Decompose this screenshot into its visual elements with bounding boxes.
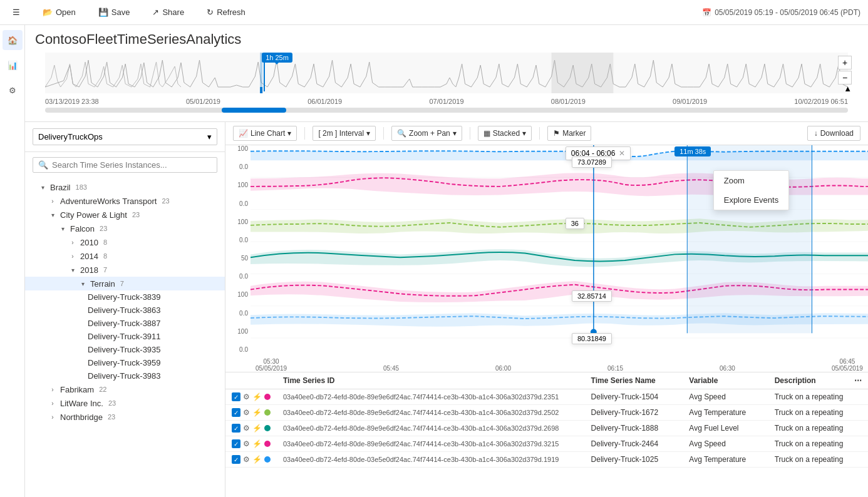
chevron-right-icon: › <box>68 251 78 261</box>
chart-area[interactable]: 100 0.0 100 0.0 100 0.0 50 0.0 100 0.0 1… <box>225 145 868 372</box>
tree-item-2010[interactable]: › 2010 8 <box>25 235 225 249</box>
x-axis: 05:3005/05/2019 05:45 06:00 06:15 06:30 … <box>251 353 868 372</box>
svg-rect-0 <box>45 53 848 93</box>
tree-item-2014[interactable]: › 2014 8 <box>25 249 225 263</box>
tree-area: ▾ Brazil 183 › AdventureWorks Transport … <box>25 178 225 497</box>
chevron-right-icon: › <box>68 237 78 247</box>
date-6: 09/01/2019 <box>673 98 707 105</box>
timeline-area[interactable]: 1h 25m 03/13/2019 23:38 05/01/2019 06/01… <box>35 53 858 121</box>
zoom-out-button[interactable]: − <box>838 71 852 85</box>
series-color-dot <box>264 394 271 400</box>
collapse-timeline-button[interactable]: ▲ <box>844 84 852 93</box>
hamburger-menu-button[interactable]: ☰ <box>8 5 25 19</box>
tree-item-delivery-3935[interactable]: Delivery-Truck-3935 <box>25 343 225 356</box>
row-description: Truck on a repeating <box>768 452 868 468</box>
tree-item-adventureworks[interactable]: › AdventureWorks Transport 23 <box>25 194 225 208</box>
value-tooltip-2: 36 <box>566 218 584 229</box>
tree-item-delivery-3983[interactable]: Delivery-Truck-3983 <box>25 369 225 382</box>
row-name: Delivery-Truck-1025 <box>585 452 683 468</box>
timeline-dates: 03/13/2019 23:38 05/01/2019 06/01/2019 0… <box>45 96 848 106</box>
download-button[interactable]: ↓ Download <box>807 126 860 141</box>
close-icon[interactable]: ✕ <box>619 149 625 158</box>
series-color-dot <box>264 409 271 416</box>
open-button[interactable]: 📂 Open <box>38 5 81 19</box>
gear-icon[interactable]: ⚙ <box>243 392 250 401</box>
tree-item-litware[interactable]: › LitWare Inc. 23 <box>25 396 225 410</box>
marker-button[interactable]: ⚑ Marker <box>547 126 591 141</box>
row-controls-cell: ⚙ ⚡ <box>225 436 277 452</box>
more-icon[interactable]: ⋯ <box>854 376 862 385</box>
timeline-svg <box>45 53 848 93</box>
chevron-down-icon: ▾ <box>58 223 68 233</box>
search-input[interactable] <box>52 160 212 170</box>
lightning-icon[interactable]: ⚡ <box>252 408 262 417</box>
gear-icon[interactable]: ⚙ <box>243 455 250 464</box>
timeline-scrollbar[interactable] <box>45 108 848 113</box>
interval-button[interactable]: [ 2m ] Interval ▾ <box>313 126 376 141</box>
timeline-chart[interactable]: 1h 25m <box>45 53 848 96</box>
zoom-selection-label: 11m 38s <box>674 146 711 156</box>
refresh-button[interactable]: ↻ Refresh <box>202 5 251 19</box>
table-area: Time Series ID Time Series Name Variable… <box>225 372 868 497</box>
line-chart-button[interactable]: 📈 Line Chart ▾ <box>233 126 297 141</box>
row-checkbox[interactable] <box>232 439 240 448</box>
stacked-button[interactable]: ▦ Stacked ▾ <box>478 126 532 141</box>
lightning-icon[interactable]: ⚡ <box>252 424 262 433</box>
tree-item-northbridge[interactable]: › Northbridge 23 <box>25 410 225 424</box>
y-axis: 100 0.0 100 0.0 100 0.0 50 0.0 100 0.0 1… <box>225 145 251 353</box>
tree-item-brazil[interactable]: ▾ Brazil 183 <box>25 180 225 194</box>
lightning-icon[interactable]: ⚡ <box>252 392 262 401</box>
tree-item-fabrikam[interactable]: › Fabrikam 22 <box>25 382 225 396</box>
interval-chevron-icon: ▾ <box>366 129 370 138</box>
explore-events-menu-item[interactable]: Explore Events <box>714 190 788 210</box>
date-start: 03/13/2019 23:38 <box>45 98 99 105</box>
gear-icon[interactable]: ⚙ <box>243 439 250 448</box>
row-variable: Avg Fuel Level <box>683 421 768 436</box>
tree-item-delivery-3911[interactable]: Delivery-Truck-3911 <box>25 330 225 343</box>
nav-chart-button[interactable]: 📊 <box>3 55 23 75</box>
nav-settings-button[interactable]: ⚙ <box>3 80 23 100</box>
zoom-in-button[interactable]: + <box>838 56 852 69</box>
zoom-menu-item[interactable]: Zoom <box>714 171 788 190</box>
nav-home-button[interactable]: 🏠 <box>3 30 23 50</box>
date-end: 10/02/2019 06:51 <box>794 98 848 105</box>
tree-item-2018[interactable]: ▾ 2018 7 <box>25 263 225 277</box>
lightning-icon[interactable]: ⚡ <box>252 455 262 464</box>
share-button[interactable]: ↗ Share <box>147 5 189 19</box>
zoom-pan-button[interactable]: 🔍 Zoom + Pan ▾ <box>391 126 462 141</box>
col-controls <box>225 372 277 389</box>
table-row: ⚙ ⚡ 03a40ee0-db72-4efd-80de-89e9e6df24ac… <box>225 421 868 436</box>
tree-item-citypowerlight[interactable]: ▾ City Power & Light 23 <box>25 208 225 222</box>
search-box[interactable]: 🔍 <box>33 157 217 173</box>
table-header-row: Time Series ID Time Series Name Variable… <box>225 372 868 389</box>
row-checkbox[interactable] <box>232 408 240 417</box>
save-button[interactable]: 💾 Save <box>93 5 135 19</box>
datetime-range: 📅 05/05/2019 05:19 - 05/05/2019 06:45 (P… <box>702 8 860 17</box>
row-checkbox[interactable] <box>232 424 240 433</box>
tree-item-delivery-3887[interactable]: Delivery-Truck-3887 <box>25 317 225 330</box>
tree-item-falcon[interactable]: ▾ Falcon 23 <box>25 222 225 235</box>
lightning-icon[interactable]: ⚡ <box>252 439 262 448</box>
marker-icon: ⚑ <box>553 129 560 138</box>
row-checkbox[interactable] <box>232 455 240 464</box>
tree-item-delivery-3839[interactable]: Delivery-Truck-3839 <box>25 290 225 304</box>
chevron-down-icon: ▾ <box>207 132 212 141</box>
tree-item-delivery-3863[interactable]: Delivery-Truck-3863 <box>25 304 225 317</box>
gear-icon[interactable]: ⚙ <box>243 424 250 433</box>
value-tooltip-4: 80.31849 <box>572 333 612 344</box>
tree-item-terrain[interactable]: ▾ Terrain 7 <box>25 277 225 290</box>
sidebar-header: DeliveryTruckOps ▾ <box>25 122 225 152</box>
row-description: Truck on a repeating <box>768 436 868 452</box>
chart-icon: 📊 <box>8 61 18 70</box>
row-checkbox[interactable] <box>232 392 240 401</box>
environment-dropdown[interactable]: DeliveryTruckOps ▾ <box>33 128 217 145</box>
timeline-scrollbar-thumb[interactable] <box>222 108 286 113</box>
timeline-cursor <box>264 53 265 91</box>
tree-item-delivery-3959[interactable]: Delivery-Truck-3959 <box>25 356 225 369</box>
row-controls-cell: ⚙ ⚡ <box>225 421 277 436</box>
top-toolbar: ☰ 📂 Open 💾 Save ↗ Share ↻ Refresh 📅 05/0… <box>0 0 868 25</box>
refresh-icon: ↻ <box>207 8 214 17</box>
separator-3 <box>470 127 470 140</box>
separator-2 <box>383 127 384 140</box>
gear-icon[interactable]: ⚙ <box>243 408 250 417</box>
